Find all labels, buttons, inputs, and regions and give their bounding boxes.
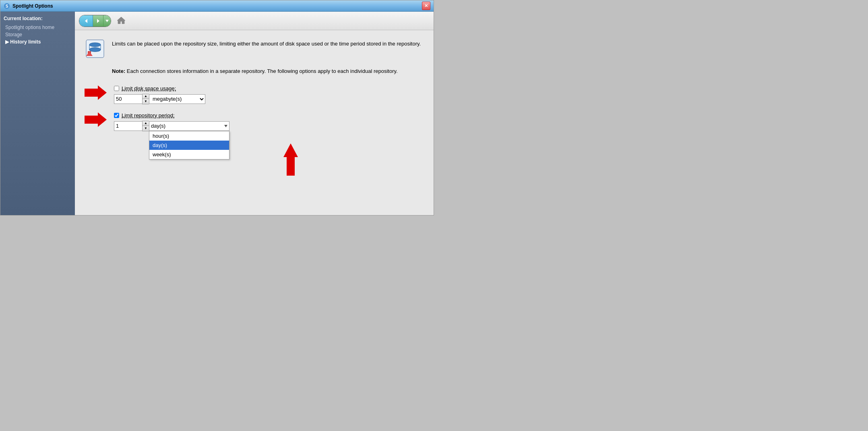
svg-marker-4	[105, 20, 109, 22]
repo-period-checkbox[interactable]	[114, 113, 119, 118]
current-location-label: Current location:	[4, 16, 72, 21]
database-icon	[85, 38, 105, 59]
period-unit-selected-value: day(s)	[151, 123, 165, 129]
description-text: Limits can be placed upon the repository…	[112, 38, 421, 48]
info-section: Limits can be placed upon the repository…	[85, 38, 424, 59]
repo-period-spinner-down[interactable]: ▼	[143, 126, 149, 131]
toolbar	[75, 12, 434, 30]
arrow-right-2	[85, 112, 107, 127]
repo-period-form-row: Limit repository period: ▲ ▼ day	[85, 112, 424, 131]
repo-period-spinner: ▲ ▼	[142, 121, 149, 131]
sidebar: Current location: Spotlight options home…	[0, 12, 75, 215]
period-unit-dropdown-container: day(s) hour(s) day(s) week(s)	[149, 121, 229, 131]
svg-point-7	[89, 43, 101, 47]
repo-period-form-group: Limit repository period: ▲ ▼ day	[114, 112, 229, 131]
note-section: Note: Each connection stores information…	[85, 67, 424, 76]
note-label: Note:	[112, 68, 125, 74]
forward-button[interactable]	[93, 15, 103, 27]
disk-space-form-group: Limit disk space usage: ▲ ▼ megabyte(s) …	[114, 85, 205, 104]
period-unit-dropdown-trigger[interactable]: day(s)	[149, 121, 229, 131]
disk-space-checkbox[interactable]	[114, 86, 119, 91]
arrow-right-1	[85, 85, 107, 100]
svg-marker-3	[97, 19, 99, 23]
home-icon	[117, 16, 126, 25]
disk-space-unit-select[interactable]: megabyte(s) gigabyte(s)	[149, 94, 205, 104]
disk-space-spinner-up[interactable]: ▲	[143, 94, 149, 99]
disk-space-spinner-down[interactable]: ▼	[143, 99, 149, 104]
app-icon: S	[4, 3, 10, 9]
disk-space-controls: ▲ ▼ megabyte(s) gigabyte(s)	[114, 94, 205, 104]
title-bar: S Spotlight Options ✕	[0, 0, 434, 12]
spotlight-options-window: S Spotlight Options ✕ Current location: …	[0, 0, 434, 216]
disk-space-checkbox-row: Limit disk space usage:	[114, 85, 205, 91]
disk-space-form-row: Limit disk space usage: ▲ ▼ megabyte(s) …	[85, 85, 424, 104]
svg-point-8	[89, 48, 101, 52]
sidebar-item-history-limits[interactable]: ▶ History limits	[4, 38, 72, 46]
note-text: Each connection stores information in a …	[127, 68, 398, 74]
repo-period-label: Limit repository period:	[122, 112, 175, 118]
period-unit-option-hours[interactable]: hour(s)	[149, 131, 229, 141]
main-content: Limits can be placed upon the repository…	[75, 12, 434, 215]
home-button[interactable]	[115, 14, 127, 27]
repo-period-spinner-up[interactable]: ▲	[143, 121, 149, 126]
back-button[interactable]	[79, 15, 93, 27]
title-bar-left: S Spotlight Options	[4, 3, 53, 9]
arrow-up-indicator	[85, 139, 424, 176]
sidebar-item-home[interactable]: Spotlight options home	[4, 24, 72, 31]
repo-period-controls: ▲ ▼ day(s) hour(	[114, 121, 229, 131]
svg-text:S: S	[6, 4, 8, 8]
nav-dropdown-button[interactable]	[103, 15, 111, 27]
nav-button-group	[79, 15, 111, 27]
window-body: Current location: Spotlight options home…	[0, 12, 434, 215]
svg-rect-11	[94, 53, 97, 56]
repo-period-checkbox-row: Limit repository period:	[114, 112, 229, 118]
period-unit-option-days[interactable]: day(s)	[149, 141, 229, 150]
content-area: Limits can be placed upon the repository…	[75, 30, 434, 215]
svg-marker-2	[85, 19, 87, 23]
svg-marker-5	[117, 17, 125, 24]
dropdown-chevron-icon	[105, 19, 109, 23]
dropdown-arrow-icon	[224, 125, 227, 127]
disk-space-value-input[interactable]	[114, 94, 142, 104]
period-unit-dropdown-open: hour(s) day(s) week(s)	[149, 131, 229, 160]
forward-icon	[95, 18, 101, 24]
close-button[interactable]: ✕	[422, 2, 430, 10]
back-icon	[83, 18, 89, 24]
repo-period-value-input[interactable]	[114, 121, 142, 131]
window-title: Spotlight Options	[12, 3, 53, 9]
disk-space-spinner: ▲ ▼	[142, 94, 149, 104]
sidebar-item-storage[interactable]: Storage	[4, 31, 72, 38]
period-unit-option-weeks[interactable]: week(s)	[149, 150, 229, 159]
disk-space-label: Limit disk space usage:	[122, 85, 176, 91]
